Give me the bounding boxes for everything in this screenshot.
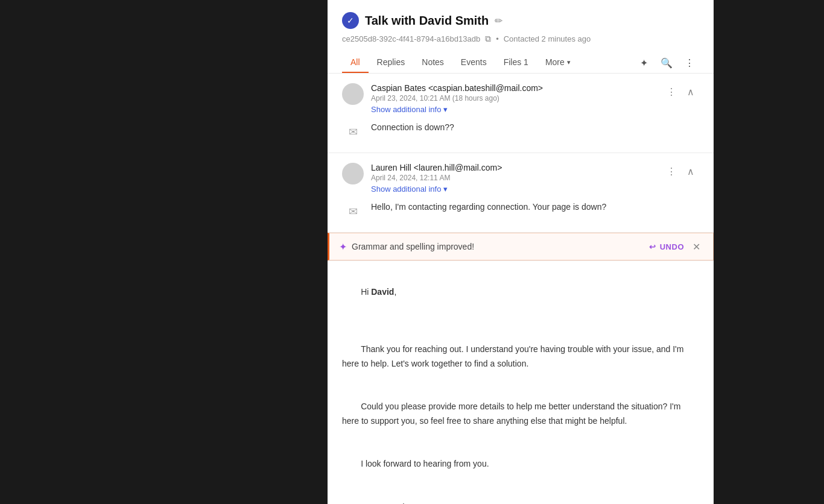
sparkle-icon: ✦	[339, 241, 347, 253]
reply-greeting: Hi	[361, 287, 371, 297]
message-block: Caspian Bates <caspian.bateshill@mail.co…	[328, 74, 714, 153]
more-options-icon[interactable]: ⋮	[680, 53, 699, 72]
message-date: April 24, 2024, 12:11 AM	[371, 174, 656, 182]
sender-name: Lauren Hill <lauren.hill@mail.com>	[371, 163, 656, 172]
conversation-id: ce2505d8-392c-4f41-8794-a16bd13adb	[342, 34, 480, 43]
tab-events[interactable]: Events	[452, 52, 495, 73]
sender-name: Caspian Bates <caspian.bateshill@mail.co…	[371, 83, 656, 93]
messages-area: Caspian Bates <caspian.bateshill@mail.co…	[328, 74, 714, 504]
message-block: Lauren Hill <lauren.hill@mail.com> April…	[328, 153, 714, 233]
chevron-down-icon: ▾	[567, 58, 571, 66]
mail-icon: ✉	[342, 121, 364, 143]
tab-all[interactable]: All	[342, 52, 369, 73]
reply-line3: I look forward to hearing from you.	[361, 459, 489, 468]
tabs: All Replies Notes Events Files 1 More ▾ …	[342, 52, 699, 73]
avatar	[342, 83, 364, 105]
message-content: Connection is down??	[371, 121, 454, 134]
message-more-options[interactable]: ⋮	[663, 83, 680, 100]
edit-icon[interactable]: ✏	[495, 15, 502, 27]
show-additional-info-1[interactable]: Show additional info ▾	[371, 105, 656, 114]
reply-recipient: David	[371, 287, 394, 297]
close-banner-button[interactable]: ✕	[689, 239, 703, 254]
tab-notes[interactable]: Notes	[413, 52, 452, 73]
grammar-banner: ✦ Grammar and spelling improved! ↩ UNDO …	[328, 233, 714, 260]
grammar-text: Grammar and spelling improved!	[352, 242, 644, 251]
tab-files[interactable]: Files 1	[495, 52, 537, 73]
reply-text: Hi David, Thank you for reaching out. I …	[342, 271, 699, 504]
tab-more[interactable]: More ▾	[537, 52, 579, 73]
copy-icon[interactable]: ⧉	[485, 34, 491, 44]
reply-line1: Thank you for reaching out. I understand…	[342, 344, 686, 368]
undo-icon: ↩	[649, 242, 656, 251]
collapse-icon[interactable]: ∧	[682, 163, 699, 180]
page-title: Talk with David Smith	[365, 14, 489, 28]
show-additional-info-2[interactable]: Show additional info ▾	[371, 184, 656, 194]
avatar	[342, 163, 364, 184]
undo-button[interactable]: ↩ UNDO	[649, 242, 684, 251]
chevron-down-icon: ▾	[443, 105, 448, 114]
main-panel: ✓ Talk with David Smith ✏ ce2505d8-392c-…	[328, 0, 714, 504]
message-more-options[interactable]: ⋮	[663, 163, 680, 180]
chevron-down-icon: ▾	[443, 184, 448, 194]
message-date: April 23, 2024, 10:21 AM (18 hours ago)	[371, 94, 656, 102]
reply-line2: Could you please provide more details to…	[342, 402, 683, 426]
collapse-icon[interactable]: ∧	[682, 83, 699, 100]
mail-icon: ✉	[342, 201, 364, 222]
reply-area[interactable]: Hi David, Thank you for reaching out. I …	[328, 260, 714, 504]
tab-replies[interactable]: Replies	[369, 52, 414, 73]
message-meta: Lauren Hill <lauren.hill@mail.com> April…	[371, 163, 656, 194]
ai-icon[interactable]: ✦	[634, 53, 653, 72]
conversation-icon: ✓	[342, 12, 359, 29]
contacted-time: Contacted 2 minutes ago	[504, 34, 591, 43]
message-content: Hello, I'm contacting regarding connecti…	[371, 201, 606, 213]
header: ✓ Talk with David Smith ✏ ce2505d8-392c-…	[328, 0, 714, 74]
search-icon[interactable]: 🔍	[657, 53, 676, 72]
reply-greeting-comma: ,	[394, 287, 396, 297]
message-meta: Caspian Bates <caspian.bateshill@mail.co…	[371, 83, 656, 114]
